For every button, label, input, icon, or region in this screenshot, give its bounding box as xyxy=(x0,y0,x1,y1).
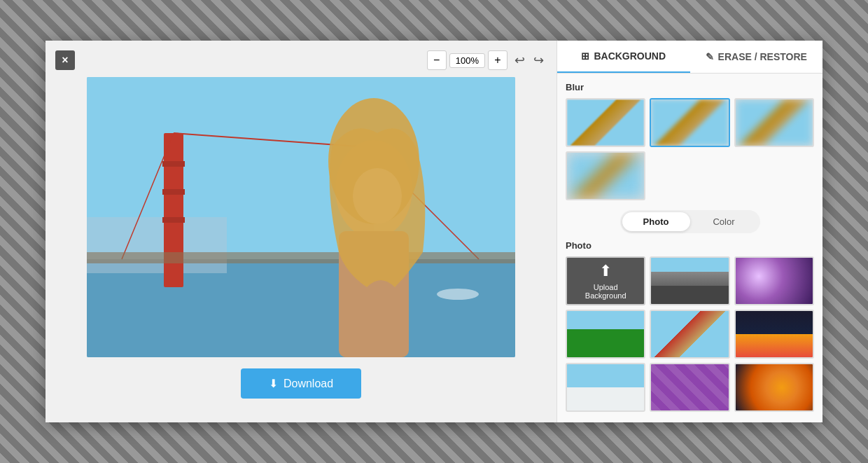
svg-rect-7 xyxy=(162,217,185,223)
svg-rect-5 xyxy=(162,161,185,167)
zoom-in-button[interactable]: + xyxy=(488,50,507,70)
photo-thumb-pattern[interactable] xyxy=(650,363,729,412)
upload-icon: ⬆ xyxy=(599,262,612,280)
svg-rect-2 xyxy=(87,217,227,273)
svg-rect-1 xyxy=(87,259,515,357)
undo-redo-controls: ↩ ↪ xyxy=(512,51,547,69)
right-tab-bar: ⊞ BACKGROUND ✎ ERASE / RESTORE xyxy=(557,41,822,74)
zoom-out-button[interactable]: − xyxy=(427,50,447,70)
download-button[interactable]: ⬇ Download xyxy=(241,368,361,399)
redo-button[interactable]: ↪ xyxy=(531,51,547,69)
photo-thumb-nature[interactable] xyxy=(566,310,645,359)
eraser-icon: ✎ xyxy=(706,51,714,62)
blur-thumb-0[interactable] xyxy=(566,98,645,147)
blur-row-2 xyxy=(566,151,814,200)
layers-icon: ⊞ xyxy=(581,50,589,62)
main-canvas xyxy=(87,77,515,357)
close-button[interactable]: × xyxy=(55,50,75,70)
upload-label: UploadBackground xyxy=(585,283,626,300)
photo-thumb-bokeh2[interactable] xyxy=(734,363,814,412)
blur-thumb-2[interactable] xyxy=(734,98,814,147)
blur-thumb-3[interactable] xyxy=(566,151,645,200)
tab-erase-restore[interactable]: ✎ ERASE / RESTORE xyxy=(690,41,823,73)
photo-thumb-bridge[interactable] xyxy=(650,310,729,359)
photo-thumb-night[interactable] xyxy=(734,310,814,359)
download-label: Download xyxy=(284,378,333,390)
photo-grid: ⬆ UploadBackground xyxy=(566,256,814,412)
color-tab[interactable]: Color xyxy=(690,212,758,231)
undo-button[interactable]: ↩ xyxy=(512,51,528,69)
photo-thumb-snow[interactable] xyxy=(566,363,645,412)
upload-background-button[interactable]: ⬆ UploadBackground xyxy=(566,256,645,305)
editor-modal: × − 100% + ↩ ↪ xyxy=(46,41,822,422)
photo-section-label: Photo xyxy=(566,240,814,251)
toolbar: × − 100% + ↩ ↪ xyxy=(55,50,547,70)
zoom-level: 100% xyxy=(449,53,485,68)
photo-thumb-city[interactable] xyxy=(650,256,729,305)
photo-color-tab-bar: Photo Color xyxy=(620,210,760,233)
photo-tab[interactable]: Photo xyxy=(622,212,690,231)
blur-row-1 xyxy=(566,98,814,147)
svg-rect-6 xyxy=(162,189,185,195)
tab-background[interactable]: ⊞ BACKGROUND xyxy=(557,41,690,73)
panel-content: Blur Photo Color xyxy=(557,74,822,422)
svg-rect-3 xyxy=(164,133,183,287)
zoom-controls: − 100% + xyxy=(427,50,507,70)
right-panel: ⊞ BACKGROUND ✎ ERASE / RESTORE Blur xyxy=(556,41,822,422)
svg-rect-11 xyxy=(87,252,515,263)
photo-thumb-bokeh[interactable] xyxy=(734,256,814,305)
svg-point-12 xyxy=(437,289,479,300)
download-icon: ⬇ xyxy=(269,377,278,390)
left-panel: × − 100% + ↩ ↪ xyxy=(46,41,556,422)
blur-section-label: Blur xyxy=(566,82,814,92)
blur-thumb-1[interactable] xyxy=(650,98,729,147)
